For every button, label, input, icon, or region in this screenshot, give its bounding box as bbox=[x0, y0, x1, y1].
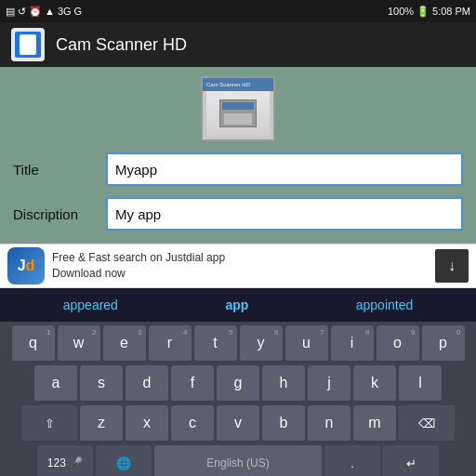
suggestion-bar: appeared app appointed bbox=[0, 288, 476, 322]
key-row-3: ⇧ z x c v b n m ⌫ bbox=[2, 405, 474, 443]
key-c[interactable]: c bbox=[171, 405, 214, 443]
preview-topbar: Cam Scanner HD bbox=[203, 78, 273, 91]
key-k[interactable]: k bbox=[353, 365, 396, 403]
doc-preview: Cam Scanner HD bbox=[13, 76, 463, 141]
description-row: Discription bbox=[13, 197, 463, 231]
jd-logo: Jd bbox=[7, 247, 45, 284]
title-bar: Cam Scanner HD bbox=[0, 22, 476, 67]
key-f[interactable]: f bbox=[171, 365, 214, 403]
jd-letter-d: d bbox=[26, 258, 35, 274]
network-3g: 3G bbox=[58, 6, 72, 17]
key-globe[interactable]: 🌐 bbox=[96, 445, 152, 476]
key-b[interactable]: b bbox=[262, 405, 305, 443]
suggestion-appointed[interactable]: appointed bbox=[347, 298, 423, 312]
network-g: G bbox=[74, 6, 83, 17]
ad-text: Free & Fast search on Justdial app Downl… bbox=[52, 250, 428, 282]
key-j[interactable]: j bbox=[308, 365, 350, 403]
keyboard: appeared app appointed q1 w2 e3 r4 t5 y6… bbox=[0, 288, 476, 476]
app-title: Cam Scanner HD bbox=[56, 35, 187, 55]
key-m[interactable]: m bbox=[353, 405, 396, 443]
title-input[interactable] bbox=[106, 152, 463, 186]
suggestion-app[interactable]: app bbox=[216, 298, 258, 312]
download-icon: ↓ bbox=[448, 258, 456, 274]
suggestion-appeared[interactable]: appeared bbox=[54, 298, 127, 312]
ad-line1: Free & Fast search on Justdial app bbox=[52, 250, 428, 266]
key-space[interactable]: English (US) bbox=[154, 445, 322, 476]
app-icon-inner bbox=[15, 32, 41, 58]
key-u[interactable]: u7 bbox=[285, 325, 328, 363]
key-row-1: q1 w2 e3 r4 t5 y6 u7 i8 o9 p0 bbox=[2, 325, 474, 363]
key-row-2: a s d f g h j k l bbox=[2, 365, 474, 403]
scanner-icon bbox=[20, 34, 36, 55]
main-content: Cam Scanner HD Title Discription bbox=[0, 67, 476, 244]
ad-download-button[interactable]: ↓ bbox=[435, 249, 469, 283]
key-a[interactable]: a bbox=[34, 365, 77, 403]
key-enter[interactable]: ↵ bbox=[383, 445, 439, 476]
key-rows: q1 w2 e3 r4 t5 y6 u7 i8 o9 p0 a s d f g … bbox=[0, 322, 476, 476]
key-g[interactable]: g bbox=[217, 365, 259, 403]
key-n[interactable]: n bbox=[308, 405, 350, 443]
key-s[interactable]: s bbox=[80, 365, 123, 403]
alarm-icon: ⏰ bbox=[29, 6, 42, 18]
rotate-icon: ↺ bbox=[18, 6, 26, 18]
key-period[interactable]: . bbox=[324, 445, 380, 476]
key-z[interactable]: z bbox=[80, 405, 123, 443]
key-d[interactable]: d bbox=[126, 365, 168, 403]
title-label: Title bbox=[13, 162, 97, 178]
key-w[interactable]: w2 bbox=[58, 325, 100, 363]
jd-letter-j: J bbox=[18, 258, 26, 274]
key-row-4: 123 🎤 🌐 English (US) . ↵ bbox=[2, 445, 474, 476]
description-input[interactable] bbox=[106, 197, 463, 231]
key-shift[interactable]: ⇧ bbox=[21, 405, 77, 443]
key-o[interactable]: o9 bbox=[377, 325, 419, 363]
ad-banner[interactable]: Jd Free & Fast search on Justdial app Do… bbox=[0, 244, 476, 288]
key-backspace[interactable]: ⌫ bbox=[399, 405, 455, 443]
key-v[interactable]: v bbox=[217, 405, 259, 443]
battery-text: 100% bbox=[388, 6, 414, 17]
title-row: Title bbox=[13, 152, 463, 186]
preview-thumbnail[interactable]: Cam Scanner HD bbox=[201, 76, 275, 141]
key-y[interactable]: y6 bbox=[240, 325, 283, 363]
app-icon bbox=[11, 28, 45, 61]
key-p[interactable]: p0 bbox=[422, 325, 465, 363]
ad-line2: Download now bbox=[52, 266, 428, 282]
key-x[interactable]: x bbox=[126, 405, 168, 443]
key-h[interactable]: h bbox=[262, 365, 305, 403]
wifi-icon: ▲ bbox=[45, 6, 55, 17]
preview-scanner-image bbox=[206, 91, 270, 136]
preview-title-text: Cam Scanner HD bbox=[206, 82, 250, 87]
key-i[interactable]: i8 bbox=[331, 325, 374, 363]
status-right: 100% 🔋 5:08 PM bbox=[388, 6, 470, 18]
key-e[interactable]: e3 bbox=[103, 325, 146, 363]
status-left: ▤ ↺ ⏰ ▲ 3G G bbox=[6, 6, 82, 18]
battery-icon: 🔋 bbox=[416, 6, 430, 18]
time-text: 5:08 PM bbox=[432, 6, 470, 17]
description-label: Discription bbox=[13, 206, 97, 222]
key-q[interactable]: q1 bbox=[12, 325, 55, 363]
status-bar: ▤ ↺ ⏰ ▲ 3G G 100% 🔋 5:08 PM bbox=[0, 0, 476, 22]
key-t[interactable]: t5 bbox=[194, 325, 237, 363]
notification-icon: ▤ bbox=[6, 6, 15, 18]
key-r[interactable]: r4 bbox=[149, 325, 192, 363]
key-123[interactable]: 123 🎤 bbox=[37, 445, 93, 476]
key-l[interactable]: l bbox=[399, 365, 442, 403]
